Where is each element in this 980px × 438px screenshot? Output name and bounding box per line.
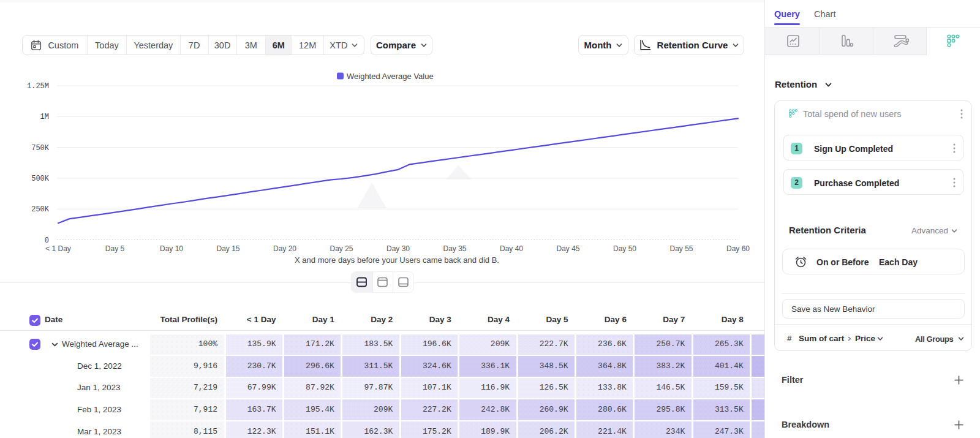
- svg-text:1M: 1M: [40, 113, 49, 121]
- svg-text:Day 55: Day 55: [669, 244, 693, 253]
- svg-text:Day 40: Day 40: [500, 244, 523, 253]
- svg-text:0: 0: [45, 236, 49, 245]
- svg-text:Day 25: Day 25: [330, 244, 353, 253]
- svg-text:750K: 750K: [31, 144, 50, 153]
- svg-text:500K: 500K: [31, 175, 50, 183]
- svg-text:Day 45: Day 45: [556, 244, 579, 253]
- svg-text:Day 35: Day 35: [443, 244, 466, 253]
- svg-text:1.25M: 1.25M: [27, 82, 49, 91]
- svg-text:Day 10: Day 10: [160, 244, 183, 253]
- svg-text:Day 5: Day 5: [105, 244, 125, 253]
- svg-text:< 1 Day: < 1 Day: [45, 244, 71, 253]
- svg-text:Day 30: Day 30: [386, 244, 410, 253]
- svg-text:Day 60: Day 60: [726, 244, 750, 253]
- svg-text:Day 20: Day 20: [273, 244, 296, 253]
- svg-text:250K: 250K: [31, 205, 50, 214]
- svg-text:X and more days before your Us: X and more days before your Users came b…: [295, 255, 499, 265]
- svg-text:Day 50: Day 50: [613, 244, 636, 253]
- svg-text:Day 15: Day 15: [216, 244, 239, 253]
- svg-text:Weighted Average Value: Weighted Average Value: [347, 72, 434, 81]
